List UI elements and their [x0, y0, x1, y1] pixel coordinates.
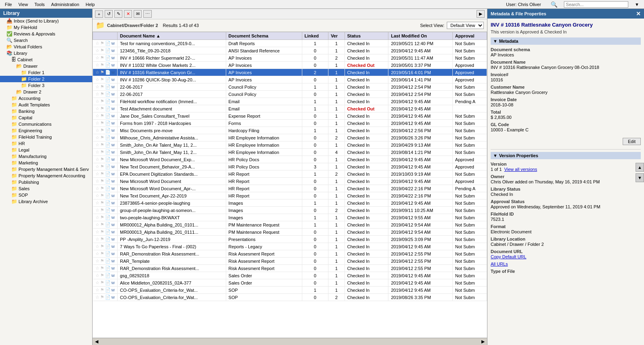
col-document-name[interactable]: Document Name ▲	[118, 32, 226, 40]
table-row[interactable]: ☆ ⚑ 📄 W group-of-people-laughing-at-some…	[93, 207, 487, 214]
sidebar-item-drawer[interactable]: 📂Drawer	[0, 63, 92, 69]
col-approval[interactable]: Approval	[452, 32, 487, 40]
sidebar-item-propmaint[interactable]: 📁Property Management Maint & Serv	[0, 166, 92, 172]
star-icon[interactable]: ☆	[95, 251, 99, 256]
col-ver[interactable]: Ver	[328, 32, 345, 40]
star-icon[interactable]: ☆	[95, 258, 99, 264]
star-icon[interactable]: ☆	[95, 70, 99, 75]
view-all-versions-link[interactable]: View all versions	[504, 167, 537, 172]
table-row[interactable]: ☆ ⚑ 📄 W Alice Middleton_02082015_02A-377…	[93, 279, 487, 287]
star-icon[interactable]: ☆	[95, 91, 99, 97]
table-row[interactable]: ☆ ⚑ 📄 W RAR_Template Risk Assesment Repo…	[93, 258, 487, 265]
col-schema[interactable]: Document Schema	[226, 32, 302, 40]
sidebar-item-cabinet[interactable]: 🗄Cabinet	[0, 56, 92, 63]
sidebar-item-fileholdtraining[interactable]: 📁FileHold Training	[0, 134, 92, 140]
sidebar-item-capital[interactable]: 📁Capital	[0, 114, 92, 121]
email-button[interactable]: ✉	[134, 10, 142, 18]
table-row[interactable]: ☆ ⚑ 📄 W Smith_John_On Air Talent_May 11,…	[93, 149, 487, 156]
delete-button[interactable]: ✕	[124, 10, 132, 18]
star-icon[interactable]: ☆	[95, 215, 99, 220]
sidebar-item-drawer2[interactable]: 📂Drawer 2	[0, 89, 92, 95]
star-icon[interactable]: ☆	[95, 77, 99, 82]
sidebar-item-search[interactable]: 🔍Search	[0, 37, 92, 44]
sidebar-item-accounting[interactable]: 📁Accounting	[0, 95, 92, 102]
table-row[interactable]: ☆ ⚑ 📄 W New Microsoft Word Document_Exp.…	[93, 156, 487, 163]
star-icon[interactable]: ☆	[95, 171, 99, 177]
table-row[interactable]: ☆ ⚑ 📄 W Forms from 1997 - 2018 Hardcopie…	[93, 120, 487, 127]
metadata-section-header[interactable]: ▼ Metadata	[491, 37, 641, 45]
table-row[interactable]: ☆ ⚑ 📄 W two-people-laughing-BKWAXT Image…	[93, 214, 487, 221]
star-icon[interactable]: ☆	[95, 237, 99, 242]
star-icon[interactable]: ☆	[95, 55, 99, 60]
star-icon[interactable]: ☆	[95, 48, 99, 53]
sidebar-item-banking[interactable]: 📁Banking	[0, 108, 92, 114]
copy-default-url-link[interactable]: Copy Default URL	[491, 254, 526, 259]
star-icon[interactable]: ☆	[95, 193, 99, 198]
star-icon[interactable]: ☆	[95, 244, 99, 249]
search-icon[interactable]: 🔍	[547, 0, 561, 8]
sidebar-item-myfilehold[interactable]: 📁My FileHold	[0, 24, 92, 31]
version-section-header[interactable]: ▼ Version Properties	[491, 152, 641, 159]
star-icon[interactable]: ☆	[95, 273, 99, 278]
star-icon[interactable]: ☆	[95, 150, 99, 155]
col-icons[interactable]	[93, 32, 118, 40]
sidebar-item-manufacturing[interactable]: 📁Manufacturing	[0, 153, 92, 160]
table-row[interactable]: ☆ ⚑ 📄 W 22-06-2017 Council Policy 1 1 Ch…	[93, 83, 487, 91]
star-icon[interactable]: ☆	[95, 113, 99, 118]
table-row[interactable]: ☆ ⚑ 📄 W Test for naming conventions_2019…	[93, 40, 487, 47]
panel-scroll-up[interactable]: ▲	[636, 163, 644, 172]
table-row[interactable]: ☆ ⚑ 📄 W INV # 11032 White Clover Markets…	[93, 62, 487, 69]
star-icon[interactable]: ☆	[95, 41, 99, 46]
star-icon[interactable]: ☆	[95, 142, 99, 148]
star-icon[interactable]: ☆	[95, 106, 99, 111]
star-icon[interactable]: ☆	[95, 84, 99, 89]
col-modified[interactable]: Last Modified On	[388, 32, 452, 40]
top-search-input[interactable]	[564, 1, 628, 8]
sidebar-item-legal[interactable]: 📁Legal	[0, 147, 92, 153]
star-icon[interactable]: ☆	[95, 157, 99, 162]
table-row[interactable]: ☆ ⚑ 📄 W New Text Document_Apr-22-2019 HR…	[93, 192, 487, 200]
star-icon[interactable]: ☆	[95, 287, 99, 293]
table-row[interactable]: ☆ ⚑ 📄 W 123456_Title_09-20-2018 ANSI Sta…	[93, 47, 487, 54]
table-row[interactable]: ☆ ⚑ 📄 W MR000012_Alpha Building_201_0101…	[93, 221, 487, 229]
dropdown-arrow-icon[interactable]: ▼	[632, 1, 642, 8]
star-icon[interactable]: ☆	[95, 266, 99, 271]
scroll-right-button[interactable]: ▶	[477, 10, 485, 18]
star-icon[interactable]: ☆	[95, 222, 99, 227]
table-row[interactable]: ☆ ⚑ 📄 W CO-OPS_Evaluation_Criteria-for_W…	[93, 287, 487, 294]
star-icon[interactable]: ☆	[95, 164, 99, 169]
table-row[interactable]: ☆ ⚑ 📄 W RAR_Demonstration Risk Assessmen…	[93, 265, 487, 272]
table-row[interactable]: ☆ ⚑ 📄 W INV # 10666 Richter Supermarkt 2…	[93, 54, 487, 62]
panel-scroll-down[interactable]: ▼	[636, 173, 644, 182]
menu-administration[interactable]: Administration	[48, 1, 83, 8]
star-icon[interactable]: ☆	[95, 295, 99, 300]
col-linked[interactable]: Linked	[302, 32, 328, 40]
table-row[interactable]: ☆ ⚑ 📄 W 7 Ways To Go Paperless - Final -…	[93, 243, 487, 250]
edit-toolbar-button[interactable]: ✎	[114, 10, 122, 18]
sidebar-item-hr[interactable]: 📁HR	[0, 140, 92, 147]
add-button[interactable]: +	[95, 10, 103, 18]
sidebar-item-folder2[interactable]: 📁Folder 2	[0, 76, 92, 82]
menu-tools[interactable]: Tools	[31, 1, 48, 8]
metadata-edit-button[interactable]: Edit	[623, 138, 641, 145]
table-row[interactable]: ☆ ⚑ 📄 W RAR_Demonstration Risk Assessmen…	[93, 250, 487, 258]
panel-close-button[interactable]: ✕	[636, 10, 641, 17]
more-button[interactable]: ⋯	[143, 10, 152, 18]
table-row[interactable]: ☆ ⚑ 📄 W Milhouse_Chris_Administative Ass…	[93, 134, 487, 141]
star-icon[interactable]: ☆	[95, 229, 99, 235]
table-row[interactable]: ☆ ⚑ 📄 W 23873865-4-senior-people-laughin…	[93, 200, 487, 207]
sidebar-item-audittemplates[interactable]: 📁Audit Templates	[0, 102, 92, 108]
nav-prev[interactable]: ◀	[95, 339, 98, 344]
col-status[interactable]: Status	[345, 32, 388, 40]
table-row[interactable]: ☆ ⚑ 📄 W New Text Document_Behavior_29-A.…	[93, 163, 487, 170]
star-icon[interactable]: ☆	[95, 200, 99, 206]
sidebar-item-libraryarchive[interactable]: 📁Library Archive	[0, 198, 92, 205]
table-row[interactable]: ☆ ⚑ 📄 W MR000013_Alpha Building_201_0111…	[93, 229, 487, 236]
sidebar-item-communications[interactable]: 📁Communications	[0, 121, 92, 127]
star-icon[interactable]: ☆	[95, 280, 99, 285]
table-row[interactable]: ☆ ⚑ 📄 W EPA Document Digitization Standa…	[93, 170, 487, 178]
sidebar-item-marketing[interactable]: 📁Marketing	[0, 160, 92, 166]
sidebar-item-virtualfolders[interactable]: 📂Virtual Folders	[0, 44, 92, 50]
table-row[interactable]: ☆ ⚑ 📄 W New Microsoft Word Document_Apr-…	[93, 185, 487, 192]
all-urls-link[interactable]: All URLs	[491, 262, 508, 266]
